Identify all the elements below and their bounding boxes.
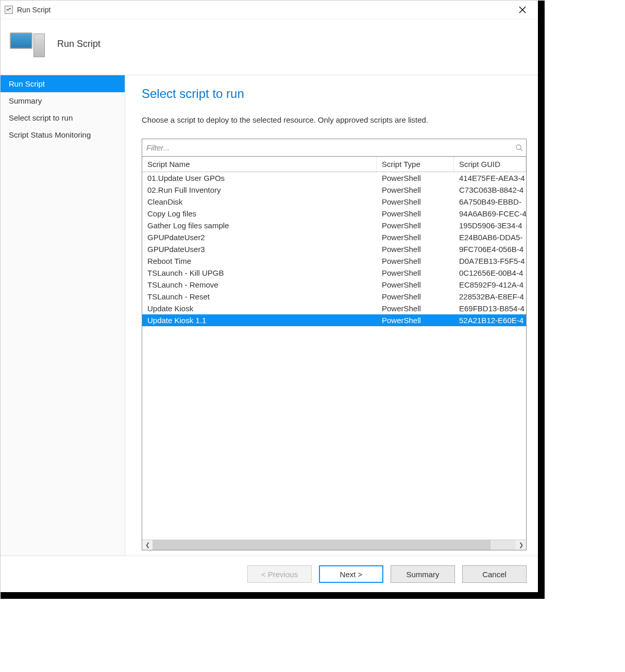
cell-script-name: Copy Log files — [142, 208, 377, 220]
cell-script-name: Update Kiosk 1.1 — [142, 314, 377, 326]
filter-row — [142, 139, 526, 157]
table-row[interactable]: Gather Log files samplePowerShell195D590… — [142, 220, 526, 231]
cell-script-type: PowerShell — [377, 208, 454, 220]
table-body: 01.Update User GPOsPowerShell414E75FE-AE… — [142, 172, 526, 540]
table-row[interactable]: GPUPdateUser2PowerShellE24B0AB6-DDA5- — [142, 231, 526, 243]
cell-script-type: PowerShell — [377, 196, 454, 208]
wizard-body: Run ScriptSummarySelect script to runScr… — [1, 75, 538, 556]
col-header-type[interactable]: Script Type — [377, 157, 454, 172]
svg-point-2 — [516, 145, 521, 149]
cell-script-guid: 94A6AB69-FCEC-4 — [454, 208, 526, 220]
table-row[interactable]: TSLaunch - RemovePowerShellEC8592F9-412A… — [142, 279, 526, 291]
table-header: Script Name Script Type Script GUID — [142, 157, 526, 172]
cell-script-guid: C73C063B-8842-4 — [454, 184, 526, 196]
cell-script-type: PowerShell — [377, 243, 454, 255]
cell-script-guid: 228532BA-E8EF-4 — [454, 291, 526, 303]
cell-script-name: TSLaunch - Remove — [142, 279, 377, 291]
script-list-box: Script Name Script Type Script GUID 01.U… — [142, 139, 527, 550]
cell-script-name: TSLaunch - Reset — [142, 291, 377, 303]
wizard-header: Run Script — [1, 19, 538, 75]
cell-script-name: GPUPdateUser3 — [142, 243, 377, 255]
scroll-right-arrow[interactable]: ❯ — [516, 542, 526, 548]
summary-button[interactable]: Summary — [391, 565, 455, 583]
cell-script-name: GPUPdateUser2 — [142, 231, 377, 243]
cell-script-name: Update Kiosk — [142, 303, 377, 314]
cell-script-guid: 414E75FE-AEA3-4 — [454, 172, 526, 184]
svg-line-3 — [520, 149, 522, 151]
sidebar-item[interactable]: Select script to run — [1, 109, 125, 126]
page-description: Choose a script to deploy to the selecte… — [142, 115, 527, 124]
sidebar-item[interactable]: Script Status Monitoring — [1, 126, 125, 143]
cell-script-guid: E69FBD13-B854-4 — [454, 303, 526, 314]
cell-script-type: PowerShell — [377, 267, 454, 279]
cell-script-type: PowerShell — [377, 303, 454, 314]
table-row[interactable]: 01.Update User GPOsPowerShell414E75FE-AE… — [142, 172, 526, 184]
close-button[interactable] — [512, 3, 533, 17]
script-table: Script Name Script Type Script GUID 01.U… — [142, 157, 526, 550]
cancel-button[interactable]: Cancel — [462, 565, 527, 583]
wizard-header-title: Run Script — [57, 39, 100, 49]
shadow — [538, 1, 545, 599]
cell-script-name: TSLaunch - Kill UPGB — [142, 267, 377, 279]
table-row[interactable]: 02.Run Full InventoryPowerShellC73C063B-… — [142, 184, 526, 196]
wizard-footer: < Previous Next > Summary Cancel — [1, 556, 538, 592]
cell-script-type: PowerShell — [377, 291, 454, 303]
cell-script-name: Reboot Time — [142, 255, 377, 267]
next-button[interactable]: Next > — [319, 565, 383, 583]
horizontal-scrollbar[interactable]: ❮ ❯ — [142, 540, 526, 550]
table-row[interactable]: Copy Log filesPowerShell94A6AB69-FCEC-4 — [142, 208, 526, 220]
previous-button: < Previous — [247, 565, 312, 583]
cell-script-type: PowerShell — [377, 314, 454, 326]
cell-script-guid: 52A21B12-E60E-4 — [454, 314, 526, 326]
scroll-thumb[interactable] — [153, 540, 491, 550]
cell-script-type: PowerShell — [377, 255, 454, 267]
table-row[interactable]: TSLaunch - ResetPowerShell228532BA-E8EF-… — [142, 291, 526, 303]
table-row[interactable]: GPUPdateUser3PowerShell9FC706E4-056B-4 — [142, 243, 526, 255]
titlebar: Run Script — [1, 1, 538, 19]
cell-script-guid: EC8592F9-412A-4 — [454, 279, 526, 291]
cell-script-type: PowerShell — [377, 172, 454, 184]
sidebar-item[interactable]: Summary — [1, 92, 125, 109]
table-row[interactable]: CleanDiskPowerShell6A750B49-EBBD- — [142, 196, 526, 208]
cell-script-name: Gather Log files sample — [142, 220, 377, 231]
cell-script-type: PowerShell — [377, 184, 454, 196]
wizard-window: Run Script Run Script Run ScriptSummaryS… — [0, 0, 538, 593]
table-row[interactable]: Update KioskPowerShellE69FBD13-B854-4 — [142, 303, 526, 314]
cell-script-name: 01.Update User GPOs — [142, 172, 377, 184]
scroll-left-arrow[interactable]: ❮ — [142, 542, 153, 548]
cell-script-name: 02.Run Full Inventory — [142, 184, 377, 196]
cell-script-guid: 195D5906-3E34-4 — [454, 220, 526, 231]
cell-script-guid: 9FC706E4-056B-4 — [454, 243, 526, 255]
close-icon — [519, 6, 526, 13]
search-icon[interactable] — [513, 144, 526, 152]
col-header-name[interactable]: Script Name — [142, 157, 377, 172]
sidebar-item[interactable]: Run Script — [1, 75, 125, 92]
cell-script-guid: D0A7EB13-F5F5-4 — [454, 255, 526, 267]
table-row[interactable]: Reboot TimePowerShellD0A7EB13-F5F5-4 — [142, 255, 526, 267]
cell-script-name: CleanDisk — [142, 196, 377, 208]
cell-script-type: PowerShell — [377, 279, 454, 291]
cell-script-guid: E24B0AB6-DDA5- — [454, 231, 526, 243]
filter-input[interactable] — [142, 140, 513, 155]
scroll-track[interactable] — [153, 540, 516, 550]
cell-script-type: PowerShell — [377, 220, 454, 231]
table-row[interactable]: TSLaunch - Kill UPGBPowerShell0C12656E-0… — [142, 267, 526, 279]
app-icon — [5, 6, 13, 14]
wizard-sidebar: Run ScriptSummarySelect script to runScr… — [1, 75, 125, 556]
page-title: Select script to run — [142, 87, 527, 101]
table-row[interactable]: Update Kiosk 1.1PowerShell52A21B12-E60E-… — [142, 314, 526, 326]
window-title: Run Script — [17, 6, 50, 14]
computer-icon — [10, 28, 46, 59]
cell-script-guid: 0C12656E-00B4-4 — [454, 267, 526, 279]
cell-script-type: PowerShell — [377, 231, 454, 243]
col-header-guid[interactable]: Script GUID — [454, 157, 526, 172]
wizard-main: Select script to run Choose a script to … — [125, 75, 538, 556]
shadow — [1, 592, 545, 599]
cell-script-guid: 6A750B49-EBBD- — [454, 196, 526, 208]
